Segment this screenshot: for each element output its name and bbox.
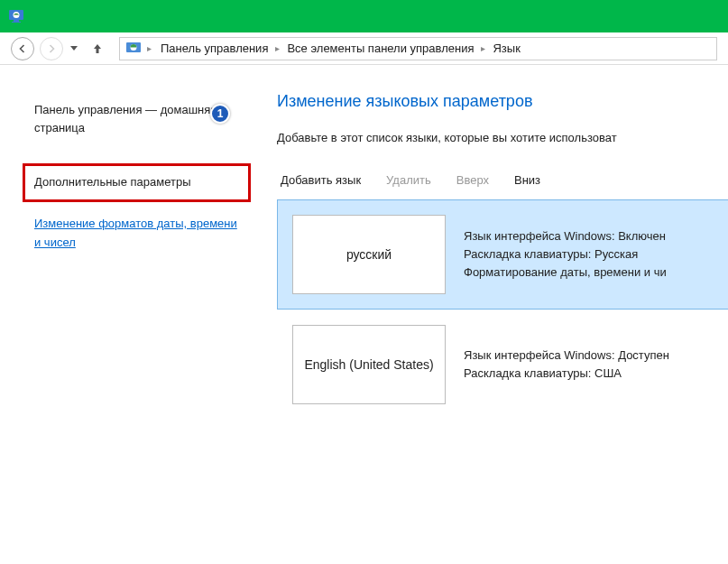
language-tile[interactable]: русский xyxy=(292,215,446,294)
language-detail-line: Форматирование даты, времени и чи xyxy=(464,264,728,282)
sidebar: Панель управления — домашняя страница 1 … xyxy=(0,65,257,564)
move-down-button[interactable]: Вниз xyxy=(514,173,540,187)
address-bar[interactable]: ▸ Панель управления ▸ Все элементы панел… xyxy=(119,37,717,60)
add-language-button[interactable]: Добавить язык xyxy=(281,173,361,187)
breadcrumb: Панель управления ▸ Все элементы панели … xyxy=(157,40,524,57)
svg-rect-1 xyxy=(14,20,19,22)
chevron-right-icon: ▸ xyxy=(275,43,280,53)
language-row[interactable]: English (United States) Язык интерфейса … xyxy=(277,310,728,420)
navigation-bar: ▸ Панель управления ▸ Все элементы панел… xyxy=(0,32,728,65)
sidebar-advanced-link[interactable]: Дополнительные параметры xyxy=(23,163,251,202)
language-list: русский Язык интерфейса Windows: Включен… xyxy=(277,199,728,420)
language-details: Язык интерфейса Windows: Доступен Раскла… xyxy=(464,310,728,419)
chevron-right-icon: ▸ xyxy=(481,43,485,53)
sidebar-home-label: Панель управления — домашняя страница xyxy=(34,103,217,134)
content-area: Панель управления — домашняя страница 1 … xyxy=(0,65,728,564)
language-tile[interactable]: English (United States) xyxy=(292,325,446,404)
language-row[interactable]: русский Язык интерфейса Windows: Включен… xyxy=(277,199,728,310)
sidebar-dateformat-link[interactable]: Изменение форматов даты, времени и чисел xyxy=(34,215,239,253)
sidebar-dateformat-label: Изменение форматов даты, времени и чисел xyxy=(34,217,237,249)
chevron-right-icon: ▸ xyxy=(147,43,152,53)
forward-button[interactable] xyxy=(40,37,63,60)
remove-button[interactable]: Удалить xyxy=(386,173,431,187)
language-name: русский xyxy=(346,247,392,262)
sidebar-home-link[interactable]: Панель управления — домашняя страница 1 xyxy=(34,101,239,136)
titlebar xyxy=(0,0,728,32)
main-panel: Изменение языковых параметров Добавьте в… xyxy=(257,65,728,564)
sidebar-advanced-label: Дополнительные параметры xyxy=(34,175,191,189)
step-badge: 1 xyxy=(210,104,230,124)
control-panel-window: ▸ Панель управления ▸ Все элементы панел… xyxy=(0,0,728,564)
page-description: Добавьте в этот список языки, которые вы… xyxy=(277,131,728,144)
page-title: Изменение языковых параметров xyxy=(277,92,728,111)
breadcrumb-item[interactable]: Язык xyxy=(489,40,523,57)
language-detail-line: Язык интерфейса Windows: Включен xyxy=(464,227,728,245)
up-button[interactable] xyxy=(88,38,106,60)
svg-rect-2 xyxy=(12,22,21,23)
language-name: English (United States) xyxy=(304,357,433,372)
breadcrumb-item[interactable]: Панель управления xyxy=(157,40,272,57)
language-icon xyxy=(125,41,142,57)
app-icon xyxy=(7,7,25,25)
language-detail-line: Раскладка клавиатуры: США xyxy=(464,365,728,383)
language-detail-line: Раскладка клавиатуры: Русская xyxy=(464,245,728,264)
breadcrumb-item[interactable]: Все элементы панели управления xyxy=(283,40,477,57)
back-button[interactable] xyxy=(11,37,34,60)
language-details: Язык интерфейса Windows: Включен Расклад… xyxy=(464,200,728,309)
move-up-button[interactable]: Вверх xyxy=(456,173,489,187)
language-detail-line: Язык интерфейса Windows: Доступен xyxy=(464,347,728,365)
history-dropdown[interactable] xyxy=(69,38,79,60)
toolbar: Добавить язык Удалить Вверх Вниз xyxy=(277,168,728,199)
